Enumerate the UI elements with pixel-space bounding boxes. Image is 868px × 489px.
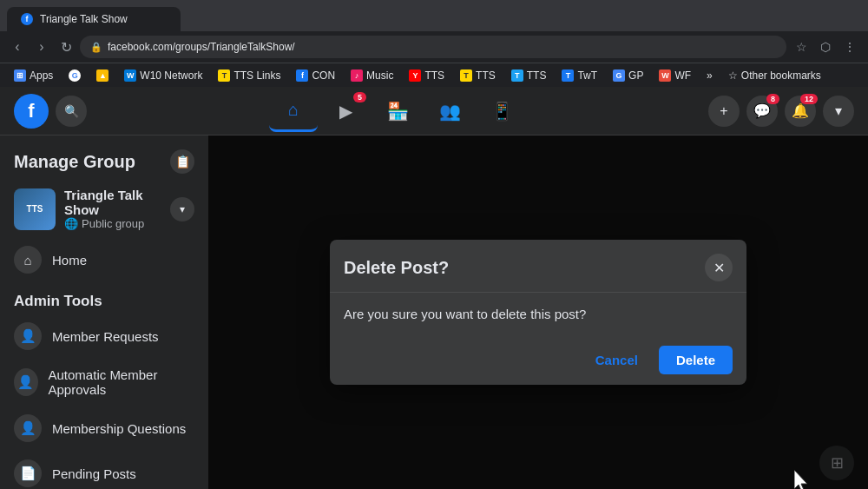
back-button[interactable]: ‹ [7,36,28,57]
auto-approvals-label: Automatic Member Approvals [49,367,194,397]
fb-nav-center: ⌂ ▶ 5 🏪 👥 📱 [94,90,701,132]
bookmark-gp[interactable]: G GP [606,68,650,83]
notifications-badge: 12 [800,94,818,104]
fb-search-btn[interactable]: 🔍 [56,96,87,127]
tab-favicon: f [21,13,33,25]
facebook-navbar: f 🔍 ⌂ ▶ 5 🏪 👥 📱 + 💬 8 🔔 12 ▾ [0,87,868,135]
bookmark-music[interactable]: ♪ Music [344,68,400,83]
group-header[interactable]: TTS Triangle Talk Show 🌐 Public group ▾ [7,181,201,237]
bookmark-more[interactable]: » [700,68,720,83]
fb-notifications-btn[interactable]: 🔔 12 [785,96,816,127]
manage-group-title: Manage Group 📋 [7,142,201,181]
auto-approvals-icon: 👤 [14,368,38,396]
membership-label: Membership Questions [52,421,186,436]
tab-title: Triangle Talk Show [40,13,128,25]
facebook-page: f 🔍 ⌂ ▶ 5 🏪 👥 📱 + 💬 8 🔔 12 ▾ [0,87,868,489]
modal-overlay: Delete Post? ✕ Are you sure you want to … [208,135,868,489]
bookmark-apps[interactable]: ⊞ Apps [7,68,60,83]
bookmark-twt[interactable]: T TwT [555,68,604,83]
fb-messenger-btn[interactable]: 💬 8 [746,96,778,127]
browser-toolbar: ‹ › ↻ 🔒 facebook.com/groups/TriangleTalk… [0,31,868,63]
forward-button[interactable]: › [31,36,52,57]
pending-posts-label: Pending Posts [52,466,136,481]
browser-tab[interactable]: f Triangle Talk Show [7,7,181,31]
cancel-button[interactable]: Cancel [582,346,652,374]
modal-close-button[interactable]: ✕ [705,254,733,281]
bookmark-w10[interactable]: W W10 Network [117,68,209,83]
sidebar-nav-membership-questions[interactable]: 👤 Membership Questions [7,406,201,451]
star-button[interactable]: ☆ [790,36,812,58]
member-requests-icon: 👤 [14,322,42,350]
group-name: Triangle Talk Show [64,188,161,217]
sidebar-nav-home[interactable]: ⌂ Home [7,237,201,282]
manage-group-icon[interactable]: 📋 [170,149,194,174]
fb-nav-marketplace[interactable]: 🏪 [373,90,422,132]
address-bar[interactable]: 🔒 facebook.com/groups/TriangleTalkShow/ [80,36,786,58]
menu-button[interactable]: ⋮ [838,36,861,58]
fb-nav-video[interactable]: ▶ 5 [321,90,370,132]
bookmark-other[interactable]: ☆ Other bookmarks [721,68,828,83]
pending-posts-icon: 📄 [14,459,42,487]
modal-header: Delete Post? ✕ [330,240,746,293]
group-type: 🌐 Public group [64,217,161,230]
member-requests-label: Member Requests [52,329,159,344]
delete-button[interactable]: Delete [659,346,733,374]
modal-message: Are you sure you want to delete this pos… [344,307,733,321]
browser-tabs: f Triangle Talk Show [0,0,868,31]
bookmark-google[interactable]: G [62,68,88,83]
fb-main: Delete Post? ✕ Are you sure you want to … [208,135,868,489]
cursor-indicator [794,470,812,489]
fb-content: Manage Group 📋 TTS Triangle Talk Show 🌐 … [0,135,868,489]
bookmark-tts-2[interactable]: T TTS [453,68,503,83]
fb-logo[interactable]: f [14,94,49,129]
messenger-badge: 8 [766,94,779,104]
bookmark-tts-tw[interactable]: T TTS [504,68,554,83]
delete-post-modal: Delete Post? ✕ Are you sure you want to … [330,240,746,385]
home-icon: ⌂ [14,246,42,274]
modal-title: Delete Post? [344,258,449,278]
refresh-button[interactable]: ↻ [56,36,76,57]
sidebar-nav-member-requests[interactable]: 👤 Member Requests [7,314,201,359]
membership-icon: 👤 [14,414,42,442]
video-badge: 5 [353,92,366,102]
group-dropdown-btn[interactable]: ▾ [170,197,194,221]
group-avatar: TTS [14,188,56,230]
fb-account-btn[interactable]: ▾ [823,96,854,127]
bookmarks-bar: ⊞ Apps G ▲ W W10 Network T TTS Links f C… [0,63,868,87]
extensions-button[interactable]: ⬡ [814,36,837,58]
modal-footer: Cancel Delete [330,335,746,385]
fb-sidebar: Manage Group 📋 TTS Triangle Talk Show 🌐 … [0,135,208,489]
fb-nav-right: + 💬 8 🔔 12 ▾ [708,96,854,127]
fb-add-btn[interactable]: + [708,96,740,127]
address-text: facebook.com/groups/TriangleTalkShow/ [108,41,295,53]
sidebar-nav-auto-approvals[interactable]: 👤 Automatic Member Approvals [7,359,201,406]
bookmark-tts-yt[interactable]: Y TTS [402,68,451,83]
bookmark-tts-links[interactable]: T TTS Links [211,68,287,83]
lock-icon: 🔒 [90,42,102,53]
fb-nav-groups[interactable]: 👥 [425,90,474,132]
sidebar-nav-pending-posts[interactable]: 📄 Pending Posts [7,451,201,489]
fb-nav-gaming[interactable]: 📱 [477,90,526,132]
fb-nav-home[interactable]: ⌂ [269,90,318,132]
modal-body: Are you sure you want to delete this pos… [330,293,746,335]
bookmark-drive[interactable]: ▲ [89,68,115,83]
admin-tools-title: Admin Tools [7,282,201,314]
bookmark-wf[interactable]: W WF [652,68,698,83]
group-info: Triangle Talk Show 🌐 Public group [64,188,161,230]
bookmark-con[interactable]: f CON [289,68,342,83]
home-label: Home [52,253,87,268]
browser-chrome: f Triangle Talk Show ‹ › ↻ 🔒 facebook.co… [0,0,868,87]
